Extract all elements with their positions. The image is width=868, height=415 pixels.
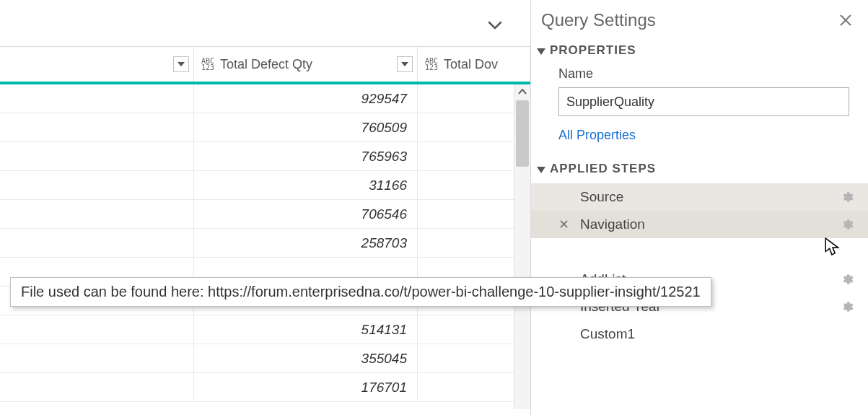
chevron-down-icon <box>488 21 501 30</box>
close-panel-button[interactable] <box>836 11 855 30</box>
table-row[interactable]: 765963 <box>0 142 530 171</box>
caret-down-icon <box>537 167 545 173</box>
step-name: Custom1 <box>531 326 635 342</box>
applied-steps-section-header[interactable]: APPLIED STEPS <box>531 159 868 180</box>
formula-bar-expand-button[interactable] <box>487 17 503 33</box>
close-icon <box>839 14 852 27</box>
applied-steps-list: ✕Source✕Navigation✕✕AddList✕Inserted Yea… <box>531 183 868 348</box>
data-type-badge-1[interactable]: ABC 123 <box>201 58 214 71</box>
step-settings-button[interactable] <box>841 300 854 313</box>
cell[interactable] <box>0 171 194 199</box>
step-name: Navigation <box>531 217 645 232</box>
column-filter-button-0[interactable] <box>173 56 189 72</box>
data-type-badge-2[interactable]: ABC 123 <box>425 58 438 71</box>
cell-defect-qty[interactable]: 765963 <box>194 142 418 170</box>
panel-title: Query Settings <box>541 10 656 30</box>
tooltip: File used can be found here: https://for… <box>10 277 711 307</box>
applied-step[interactable]: ✕Navigation <box>531 211 868 238</box>
cell[interactable] <box>0 200 194 228</box>
step-settings-button[interactable] <box>841 191 854 204</box>
vertical-scrollbar[interactable] <box>514 84 530 409</box>
cell-defect-qty[interactable]: 31166 <box>194 171 418 199</box>
table-row[interactable]: 355045 <box>0 344 530 373</box>
caret-down-icon <box>401 62 408 67</box>
caret-down-icon <box>537 48 545 55</box>
all-properties-link[interactable]: All Properties <box>531 123 868 159</box>
applied-step[interactable]: ✕Source <box>531 183 868 211</box>
query-settings-panel: Query Settings PROPERTIES Name All Prope… <box>530 0 868 415</box>
properties-heading: PROPERTIES <box>550 43 636 58</box>
gear-icon <box>841 218 854 231</box>
cell[interactable] <box>0 113 194 141</box>
query-name-input[interactable] <box>558 87 849 116</box>
grid-body: 9295477605097659633116670654625870311315… <box>0 84 530 415</box>
cell[interactable] <box>0 84 194 113</box>
table-row[interactable]: 514131 <box>0 315 530 344</box>
applied-steps-heading: APPLIED STEPS <box>550 162 656 176</box>
step-settings-button[interactable] <box>841 273 854 286</box>
column-header-0[interactable] <box>0 47 194 82</box>
applied-step[interactable]: ✕Custom1 <box>531 320 868 348</box>
properties-section-header[interactable]: PROPERTIES <box>531 40 868 62</box>
type-badge-bot: 123 <box>425 64 438 71</box>
column-label-1: Total Defect Qty <box>220 57 312 72</box>
cell-defect-qty[interactable]: 355045 <box>194 344 418 372</box>
table-row[interactable]: 31166 <box>0 171 530 200</box>
table-row[interactable]: 706546 <box>0 200 530 229</box>
table-row[interactable]: 176701 <box>0 373 530 402</box>
scroll-thumb[interactable] <box>516 100 529 167</box>
gear-icon <box>841 273 854 286</box>
cell[interactable] <box>0 142 194 170</box>
table-row[interactable]: 760509 <box>0 113 530 142</box>
data-grid-pane: ABC 123 Total Defect Qty ABC 123 Total D… <box>0 0 530 415</box>
column-header-1[interactable]: ABC 123 Total Defect Qty <box>194 47 418 82</box>
caret-down-icon <box>177 62 185 67</box>
cell-defect-qty[interactable]: 258703 <box>194 229 418 257</box>
table-row[interactable]: 258703 <box>0 229 530 258</box>
cell[interactable] <box>0 344 194 372</box>
cell[interactable] <box>0 229 194 257</box>
table-row[interactable]: 929547 <box>0 84 530 113</box>
scroll-up-button[interactable] <box>514 84 530 99</box>
name-label: Name <box>531 62 868 84</box>
delete-step-button[interactable]: ✕ <box>558 217 569 232</box>
column-filter-button-1[interactable] <box>397 56 413 72</box>
step-settings-button[interactable] <box>841 218 854 231</box>
cell[interactable] <box>0 373 194 401</box>
formula-bar <box>0 0 530 47</box>
step-name: Source <box>531 189 623 205</box>
column-header-2[interactable]: ABC 123 Total Dov <box>418 47 530 82</box>
cell-defect-qty[interactable]: 706546 <box>194 200 418 228</box>
grid-header-row: ABC 123 Total Defect Qty ABC 123 Total D… <box>0 47 530 84</box>
gear-icon <box>841 191 854 204</box>
cell-defect-qty[interactable]: 929547 <box>194 84 418 113</box>
cell-defect-qty[interactable]: 760509 <box>194 113 418 141</box>
cell-defect-qty[interactable]: 514131 <box>194 315 418 344</box>
applied-step[interactable]: ✕ <box>531 238 868 266</box>
column-label-2: Total Dov <box>444 57 498 72</box>
type-badge-bot: 123 <box>201 64 214 71</box>
cell[interactable] <box>0 315 194 344</box>
chevron-up-icon <box>518 89 527 95</box>
gear-icon <box>841 300 854 313</box>
cell-defect-qty[interactable]: 176701 <box>194 373 418 401</box>
